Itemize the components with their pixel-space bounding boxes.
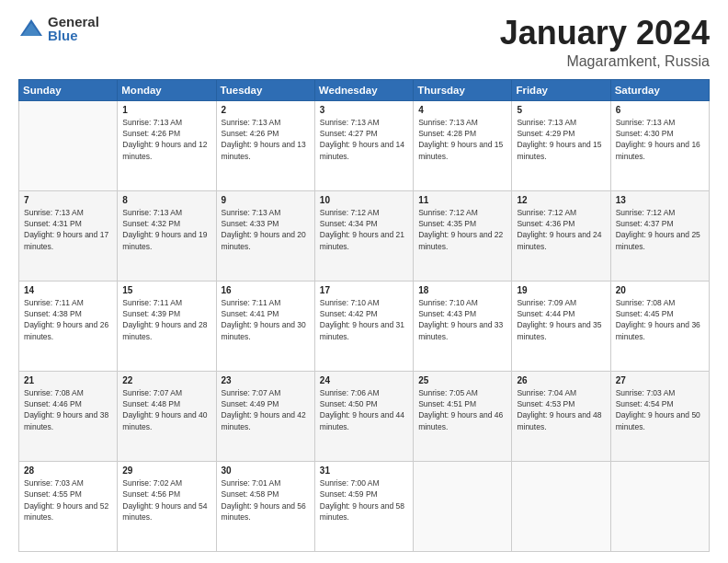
day-number: 15 <box>122 285 210 295</box>
calendar-week-row: 28Sunrise: 7:03 AMSunset: 4:55 PMDayligh… <box>19 461 710 551</box>
day-info: Sunrise: 7:02 AMSunset: 4:56 PMDaylight:… <box>122 477 210 523</box>
day-number: 14 <box>24 285 112 295</box>
day-number: 23 <box>222 375 310 385</box>
table-row: 26Sunrise: 7:04 AMSunset: 4:53 PMDayligh… <box>512 371 610 461</box>
day-info: Sunrise: 7:12 AMSunset: 4:34 PMDaylight:… <box>320 207 408 252</box>
day-number: 2 <box>222 105 310 115</box>
table-row: 22Sunrise: 7:07 AMSunset: 4:48 PMDayligh… <box>118 371 216 461</box>
table-row <box>512 461 610 551</box>
title-location: Magaramkent, Russia <box>500 53 710 70</box>
table-row: 30Sunrise: 7:01 AMSunset: 4:58 PMDayligh… <box>216 461 314 551</box>
table-row <box>19 100 118 190</box>
title-month: January 2024 <box>500 15 710 52</box>
header-saturday: Saturday <box>610 79 709 100</box>
table-row: 21Sunrise: 7:08 AMSunset: 4:46 PMDayligh… <box>19 371 118 461</box>
day-number: 21 <box>24 375 112 385</box>
day-number: 7 <box>24 195 112 205</box>
day-info: Sunrise: 7:06 AMSunset: 4:50 PMDaylight:… <box>320 387 408 432</box>
table-row: 1Sunrise: 7:13 AMSunset: 4:26 PMDaylight… <box>118 100 216 190</box>
table-row: 20Sunrise: 7:08 AMSunset: 4:45 PMDayligh… <box>610 281 709 371</box>
logo-blue-label: Blue <box>48 29 99 42</box>
day-info: Sunrise: 7:00 AMSunset: 4:59 PMDaylight:… <box>320 477 408 523</box>
table-row: 15Sunrise: 7:11 AMSunset: 4:39 PMDayligh… <box>118 281 216 371</box>
day-number: 8 <box>122 195 210 205</box>
table-row: 4Sunrise: 7:13 AMSunset: 4:28 PMDaylight… <box>414 100 512 190</box>
page: General Blue January 2024 Magaramkent, R… <box>0 0 728 563</box>
calendar-week-row: 14Sunrise: 7:11 AMSunset: 4:38 PMDayligh… <box>19 281 710 371</box>
logo: General Blue <box>18 15 99 42</box>
day-number: 10 <box>320 195 408 205</box>
day-info: Sunrise: 7:09 AMSunset: 4:44 PMDaylight:… <box>517 297 605 342</box>
day-number: 4 <box>418 105 506 115</box>
calendar-week-row: 7Sunrise: 7:13 AMSunset: 4:31 PMDaylight… <box>19 190 710 281</box>
header-monday: Monday <box>118 79 216 100</box>
day-number: 17 <box>320 285 408 295</box>
header-wednesday: Wednesday <box>314 79 413 100</box>
day-info: Sunrise: 7:08 AMSunset: 4:45 PMDaylight:… <box>616 297 704 342</box>
logo-icon <box>18 16 44 41</box>
day-info: Sunrise: 7:13 AMSunset: 4:27 PMDaylight:… <box>320 117 408 162</box>
day-info: Sunrise: 7:13 AMSunset: 4:26 PMDaylight:… <box>122 117 210 162</box>
calendar: Sunday Monday Tuesday Wednesday Thursday… <box>18 79 710 552</box>
header-friday: Friday <box>512 79 610 100</box>
header-sunday: Sunday <box>19 79 118 100</box>
day-number: 5 <box>517 105 605 115</box>
day-info: Sunrise: 7:12 AMSunset: 4:35 PMDaylight:… <box>418 207 506 252</box>
day-number: 18 <box>418 285 506 295</box>
table-row: 27Sunrise: 7:03 AMSunset: 4:54 PMDayligh… <box>610 371 709 461</box>
day-number: 16 <box>222 285 310 295</box>
table-row: 12Sunrise: 7:12 AMSunset: 4:36 PMDayligh… <box>512 190 610 281</box>
day-number: 1 <box>122 105 210 115</box>
table-row: 13Sunrise: 7:12 AMSunset: 4:37 PMDayligh… <box>610 190 709 281</box>
day-info: Sunrise: 7:10 AMSunset: 4:42 PMDaylight:… <box>320 297 408 342</box>
calendar-week-row: 21Sunrise: 7:08 AMSunset: 4:46 PMDayligh… <box>19 371 710 461</box>
day-number: 12 <box>517 195 605 205</box>
logo-text: General Blue <box>48 15 99 42</box>
day-number: 3 <box>320 105 408 115</box>
day-info: Sunrise: 7:13 AMSunset: 4:33 PMDaylight:… <box>222 207 310 252</box>
day-info: Sunrise: 7:11 AMSunset: 4:39 PMDaylight:… <box>122 297 210 342</box>
table-row: 25Sunrise: 7:05 AMSunset: 4:51 PMDayligh… <box>414 371 512 461</box>
day-info: Sunrise: 7:13 AMSunset: 4:30 PMDaylight:… <box>616 117 704 162</box>
day-number: 24 <box>320 375 408 385</box>
table-row: 23Sunrise: 7:07 AMSunset: 4:49 PMDayligh… <box>216 371 314 461</box>
table-row: 9Sunrise: 7:13 AMSunset: 4:33 PMDaylight… <box>216 190 314 281</box>
day-info: Sunrise: 7:07 AMSunset: 4:48 PMDaylight:… <box>122 387 210 432</box>
table-row: 28Sunrise: 7:03 AMSunset: 4:55 PMDayligh… <box>19 461 118 551</box>
header-tuesday: Tuesday <box>216 79 314 100</box>
day-number: 26 <box>517 375 605 385</box>
day-info: Sunrise: 7:11 AMSunset: 4:38 PMDaylight:… <box>24 297 112 342</box>
day-number: 31 <box>320 465 408 476</box>
day-info: Sunrise: 7:03 AMSunset: 4:54 PMDaylight:… <box>616 387 704 432</box>
table-row: 8Sunrise: 7:13 AMSunset: 4:32 PMDaylight… <box>118 190 216 281</box>
day-number: 13 <box>616 195 704 205</box>
table-row: 24Sunrise: 7:06 AMSunset: 4:50 PMDayligh… <box>314 371 413 461</box>
day-info: Sunrise: 7:05 AMSunset: 4:51 PMDaylight:… <box>418 387 506 432</box>
day-number: 29 <box>122 465 210 476</box>
table-row: 11Sunrise: 7:12 AMSunset: 4:35 PMDayligh… <box>414 190 512 281</box>
day-info: Sunrise: 7:13 AMSunset: 4:29 PMDaylight:… <box>517 117 605 162</box>
weekday-header-row: Sunday Monday Tuesday Wednesday Thursday… <box>19 79 710 100</box>
day-number: 19 <box>517 285 605 295</box>
day-info: Sunrise: 7:08 AMSunset: 4:46 PMDaylight:… <box>24 387 112 432</box>
table-row <box>414 461 512 551</box>
table-row: 14Sunrise: 7:11 AMSunset: 4:38 PMDayligh… <box>19 281 118 371</box>
day-info: Sunrise: 7:07 AMSunset: 4:49 PMDaylight:… <box>222 387 310 432</box>
day-number: 25 <box>418 375 506 385</box>
day-info: Sunrise: 7:13 AMSunset: 4:26 PMDaylight:… <box>222 117 310 162</box>
calendar-table: Sunday Monday Tuesday Wednesday Thursday… <box>18 79 710 552</box>
day-number: 20 <box>616 285 704 295</box>
header-thursday: Thursday <box>414 79 512 100</box>
table-row: 19Sunrise: 7:09 AMSunset: 4:44 PMDayligh… <box>512 281 610 371</box>
title-block: January 2024 Magaramkent, Russia <box>500 15 710 70</box>
day-number: 27 <box>616 375 704 385</box>
table-row: 10Sunrise: 7:12 AMSunset: 4:34 PMDayligh… <box>314 190 413 281</box>
table-row: 2Sunrise: 7:13 AMSunset: 4:26 PMDaylight… <box>216 100 314 190</box>
day-number: 22 <box>122 375 210 385</box>
table-row: 7Sunrise: 7:13 AMSunset: 4:31 PMDaylight… <box>19 190 118 281</box>
day-number: 30 <box>222 465 310 476</box>
table-row: 3Sunrise: 7:13 AMSunset: 4:27 PMDaylight… <box>314 100 413 190</box>
day-number: 9 <box>222 195 310 205</box>
table-row: 16Sunrise: 7:11 AMSunset: 4:41 PMDayligh… <box>216 281 314 371</box>
day-info: Sunrise: 7:04 AMSunset: 4:53 PMDaylight:… <box>517 387 605 432</box>
